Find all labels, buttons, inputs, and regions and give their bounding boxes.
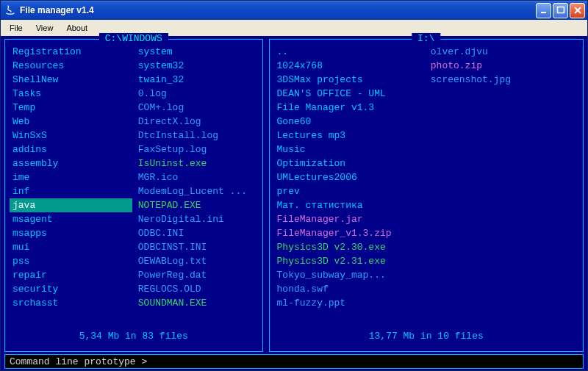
list-item[interactable]: NeroDigital.ini [135, 212, 258, 226]
list-item[interactable]: Web [10, 115, 132, 129]
list-item[interactable]: photo.zip [428, 59, 578, 73]
list-item[interactable]: IsUninst.exe [135, 156, 258, 170]
list-item[interactable]: WinSxS [10, 129, 132, 143]
list-item[interactable]: NOTEPAD.EXE [135, 198, 258, 212]
right-pane-path: I:\ [412, 33, 440, 44]
list-item[interactable]: DirectX.log [135, 115, 258, 129]
menu-file[interactable]: File [4, 22, 29, 34]
panes: C:\WINDOWS RegistrationResourcesShellNew… [4, 39, 584, 352]
command-line[interactable]: Command line prototype > [4, 354, 584, 369]
list-item[interactable]: Tasks [10, 87, 132, 101]
list-item[interactable]: Physics3D v2.31.exe [274, 254, 425, 268]
list-item[interactable]: PowerReg.dat [135, 268, 258, 282]
list-item[interactable]: .. [274, 45, 425, 59]
list-item[interactable]: ODBC.INI [135, 226, 258, 240]
list-item[interactable]: security [10, 282, 132, 296]
list-item[interactable]: ModemLog_Lucent ... [135, 184, 258, 198]
list-item[interactable]: msagent [10, 212, 132, 226]
list-item[interactable]: REGLOCS.OLD [135, 282, 258, 296]
list-item[interactable]: MGR.ico [135, 170, 258, 184]
list-item[interactable]: ml-fuzzy.ppt [274, 296, 425, 310]
list-item[interactable]: pss [10, 254, 132, 268]
list-item[interactable]: FileManager.jar [274, 212, 425, 226]
list-item[interactable]: srchasst [10, 296, 132, 310]
list-item[interactable]: ShellNew [10, 73, 132, 87]
list-item[interactable]: DEAN'S OFFICE - UML [274, 87, 425, 101]
app-window: File manager v1.4 File View About C:\WIN… [0, 0, 588, 371]
right-file-list[interactable]: ..1024x7683DSMax projectsDEAN'S OFFICE -… [270, 40, 583, 339]
command-prompt: Command line prototype > [10, 356, 147, 367]
list-item[interactable]: Optimization [274, 156, 425, 170]
close-button[interactable] [570, 3, 585, 18]
menu-about[interactable]: About [60, 22, 93, 34]
left-pane[interactable]: C:\WINDOWS RegistrationResourcesShellNew… [4, 39, 263, 352]
left-file-list[interactable]: RegistrationResourcesShellNewTasksTempWe… [5, 40, 262, 339]
list-item[interactable]: java [10, 198, 132, 212]
list-item[interactable]: COM+.log [135, 101, 258, 115]
list-item[interactable]: Registration [10, 45, 132, 59]
list-item[interactable]: 3DSMax projects [274, 73, 425, 87]
right-pane-status: 13,77 Mb in 10 files [270, 338, 583, 351]
list-item[interactable]: system32 [135, 59, 258, 73]
list-item[interactable]: Lectures mp3 [274, 129, 425, 143]
list-item[interactable]: inf [10, 184, 132, 198]
minimize-button[interactable] [536, 3, 551, 18]
list-item[interactable]: FileManager_v1.3.zip [274, 226, 425, 240]
list-item[interactable]: UMLectures2006 [274, 170, 425, 184]
list-item[interactable]: olver.djvu [428, 45, 578, 59]
list-item[interactable]: addins [10, 143, 132, 156]
svg-rect-0 [541, 12, 546, 13]
list-item[interactable]: SOUNDMAN.EXE [135, 296, 258, 310]
window-controls [536, 3, 585, 18]
window-title: File manager v1.4 [20, 5, 536, 15]
list-item[interactable]: system [135, 45, 258, 59]
list-item[interactable]: prev [274, 184, 425, 198]
list-item[interactable]: ime [10, 170, 132, 184]
list-item[interactable]: Мат. статистика [274, 198, 425, 212]
right-pane[interactable]: I:\ ..1024x7683DSMax projectsDEAN'S OFFI… [269, 39, 584, 352]
list-item[interactable]: Tokyo_subway_map... [274, 268, 425, 282]
list-item[interactable]: mui [10, 240, 132, 254]
list-item[interactable]: Resources [10, 59, 132, 73]
list-item[interactable]: repair [10, 268, 132, 282]
list-item[interactable]: screenshot.jpg [428, 73, 578, 87]
list-item[interactable]: Physics3D v2.30.exe [274, 240, 425, 254]
list-item[interactable]: 1024x768 [274, 59, 425, 73]
svg-rect-1 [557, 7, 564, 13]
list-item[interactable]: ODBCINST.INI [135, 240, 258, 254]
list-item[interactable]: 0.log [135, 87, 258, 101]
list-item[interactable]: honda.swf [274, 282, 425, 296]
list-item[interactable]: Gone60 [274, 115, 425, 129]
java-icon [4, 4, 16, 16]
titlebar[interactable]: File manager v1.4 [1, 1, 587, 20]
left-pane-status: 5,34 Mb in 83 files [5, 338, 262, 351]
maximize-button[interactable] [553, 3, 568, 18]
list-item[interactable]: Temp [10, 101, 132, 115]
menubar: File View About [1, 20, 587, 36]
list-item[interactable]: OEWABLog.txt [135, 254, 258, 268]
list-item[interactable]: Music [274, 143, 425, 156]
list-item[interactable]: DtcInstall.log [135, 129, 258, 143]
list-item[interactable]: twain_32 [135, 73, 258, 87]
list-item[interactable]: File Manager v1.3 [274, 101, 425, 115]
left-pane-path: C:\WINDOWS [99, 33, 168, 44]
list-item[interactable]: FaxSetup.log [135, 143, 258, 156]
list-item[interactable]: assembly [10, 156, 132, 170]
content-area: C:\WINDOWS RegistrationResourcesShellNew… [1, 36, 587, 370]
menu-view[interactable]: View [30, 22, 60, 34]
list-item[interactable]: msapps [10, 226, 132, 240]
